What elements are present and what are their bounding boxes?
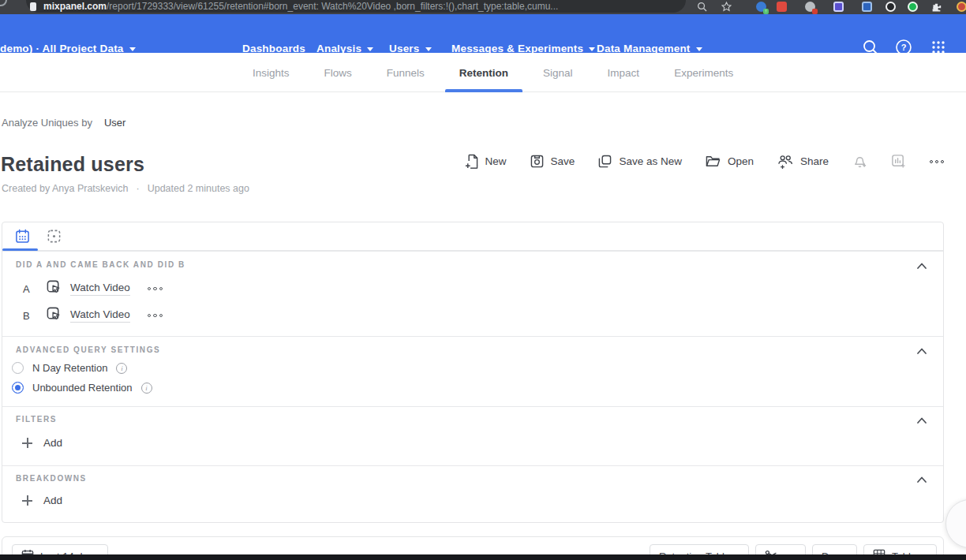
share-users-icon bbox=[777, 155, 793, 169]
share-label: Share bbox=[800, 155, 829, 167]
tab-retention[interactable]: Retention bbox=[458, 54, 510, 92]
profile-avatar[interactable] bbox=[957, 2, 966, 12]
row-key: B bbox=[23, 310, 40, 322]
advanced-query-settings-section: ADVANCED QUERY SETTINGS N Day Retention … bbox=[2, 336, 943, 406]
chevron-down-icon bbox=[367, 47, 373, 51]
new-file-icon bbox=[465, 154, 478, 169]
extension-icon-7[interactable] bbox=[908, 2, 918, 12]
share-button[interactable]: Share bbox=[777, 155, 829, 169]
open-label: Open bbox=[728, 155, 754, 167]
analyze-entity-selector[interactable]: User bbox=[104, 117, 125, 129]
extension-icon-4[interactable] bbox=[833, 2, 844, 12]
collapse-chevron-icon[interactable] bbox=[916, 413, 927, 427]
radio-label: Unbounded Retention bbox=[32, 382, 133, 394]
breakdowns-section-title: BREAKDOWNS bbox=[16, 474, 87, 483]
svg-text:?: ? bbox=[901, 43, 907, 52]
url-domain: mixpanel.com bbox=[43, 1, 107, 12]
browser-chrome: mixpanel.com/report/1729333/view/61255/r… bbox=[0, 0, 966, 14]
radio-label: N Day Retention bbox=[32, 362, 107, 374]
analyze-uniques-row: Analyze Uniques byUser bbox=[2, 117, 125, 129]
extension-icon-2[interactable] bbox=[777, 2, 787, 12]
ab-section-title: DID A AND CAME BACK AND DID B bbox=[16, 260, 185, 269]
custom-query-tab[interactable] bbox=[47, 229, 62, 247]
radio-n-day-retention[interactable]: N Day Retention i bbox=[12, 362, 127, 374]
chat-launcher-button[interactable] bbox=[945, 499, 966, 548]
tab-signal[interactable]: Signal bbox=[541, 54, 575, 92]
advanced-section-title: ADVANCED QUERY SETTINGS bbox=[16, 345, 160, 354]
tab-funnels[interactable]: Funnels bbox=[385, 54, 426, 92]
bell-plus-icon bbox=[852, 154, 867, 169]
alerts-bell-button[interactable] bbox=[852, 154, 867, 169]
copy-icon bbox=[598, 155, 612, 168]
updated-ago: Updated 2 minutes ago bbox=[148, 183, 249, 194]
plus-icon bbox=[22, 438, 32, 448]
top-navigation: demo) · All Project Data Dashboards Anal… bbox=[0, 14, 966, 53]
info-icon[interactable]: i bbox=[141, 383, 152, 394]
add-to-dashboard-button[interactable] bbox=[891, 154, 906, 169]
chevron-down-icon bbox=[129, 47, 136, 51]
save-as-new-label: Save as New bbox=[619, 155, 682, 167]
extension-icon-6[interactable] bbox=[886, 2, 896, 12]
folder-icon bbox=[706, 155, 721, 168]
add-filter-button[interactable]: Add bbox=[22, 437, 62, 449]
chevron-down-icon bbox=[589, 47, 595, 51]
event-selector[interactable]: Watch Video bbox=[70, 282, 130, 296]
tab-experiments[interactable]: Experiments bbox=[672, 54, 735, 92]
byline-separator: · bbox=[137, 183, 140, 194]
info-icon[interactable]: i bbox=[116, 363, 127, 374]
open-button[interactable]: Open bbox=[706, 155, 754, 168]
more-options-button[interactable] bbox=[930, 160, 944, 163]
collapse-chevron-icon[interactable] bbox=[916, 472, 927, 487]
reload-icon[interactable] bbox=[0, 0, 7, 6]
extension-icon-3[interactable] bbox=[805, 2, 815, 12]
add-label: Add bbox=[43, 495, 62, 506]
event-row-b: B Watch Video bbox=[2, 305, 163, 326]
event-selector[interactable]: Watch Video bbox=[70, 308, 130, 323]
chevron-down-icon bbox=[696, 47, 702, 51]
calendar-query-tab[interactable] bbox=[15, 229, 30, 247]
save-button[interactable]: Save bbox=[530, 155, 575, 168]
site-security-icon[interactable] bbox=[30, 2, 36, 11]
page-title: Retained users bbox=[1, 153, 144, 176]
screen: mixpanel.com/report/1729333/view/61255/r… bbox=[0, 0, 966, 560]
chart-plus-icon bbox=[891, 154, 906, 169]
url-path: /report/1729333/view/61255/retention#bor… bbox=[107, 1, 558, 12]
row-menu-button[interactable] bbox=[148, 287, 163, 291]
background-window-strip bbox=[0, 554, 966, 560]
radio-unbounded-retention[interactable]: Unbounded Retention i bbox=[12, 382, 152, 394]
report-tabbar: Insights Flows Funnels Retention Signal … bbox=[0, 53, 966, 92]
plus-icon bbox=[22, 495, 32, 506]
ab-events-section: DID A AND CAME BACK AND DID B A Watch Vi… bbox=[2, 251, 943, 336]
tab-flows[interactable]: Flows bbox=[323, 54, 354, 92]
radio-icon bbox=[12, 382, 24, 394]
new-label: New bbox=[485, 155, 507, 167]
filters-section: FILTERS Add bbox=[2, 406, 943, 465]
url-text: mixpanel.com/report/1729333/view/61255/r… bbox=[43, 1, 558, 12]
query-builder-panel: DID A AND CAME BACK AND DID B A Watch Vi… bbox=[2, 222, 944, 523]
collapse-chevron-icon[interactable] bbox=[916, 259, 927, 273]
tab-insights[interactable]: Insights bbox=[251, 54, 291, 92]
save-icon bbox=[530, 155, 544, 168]
tab-impact[interactable]: Impact bbox=[606, 54, 642, 92]
omnibox-search-icon[interactable] bbox=[697, 1, 707, 15]
extension-icon-5[interactable] bbox=[862, 2, 872, 12]
extensions-puzzle-icon[interactable] bbox=[931, 2, 942, 16]
filters-section-title: FILTERS bbox=[16, 415, 57, 424]
event-icon bbox=[46, 306, 62, 326]
event-row-a: A Watch Video bbox=[2, 278, 163, 299]
query-mode-tabs bbox=[2, 222, 943, 251]
bookmark-star-icon[interactable] bbox=[721, 1, 732, 15]
row-menu-button[interactable] bbox=[148, 314, 163, 318]
chevron-down-icon bbox=[425, 47, 432, 51]
new-button[interactable]: New bbox=[465, 154, 507, 169]
event-icon bbox=[46, 279, 62, 299]
created-by: Created by Anya Pratskevich bbox=[2, 183, 129, 194]
row-key: A bbox=[23, 283, 40, 295]
save-as-new-button[interactable]: Save as New bbox=[598, 155, 682, 168]
extension-icon-1[interactable]: ! bbox=[756, 2, 766, 12]
collapse-chevron-icon[interactable] bbox=[916, 344, 927, 358]
analyze-prefix: Analyze Uniques by bbox=[2, 117, 92, 129]
add-breakdown-button[interactable]: Add bbox=[22, 495, 62, 506]
report-byline: Created by Anya Pratskevich·Updated 2 mi… bbox=[2, 183, 249, 194]
radio-icon bbox=[12, 362, 24, 374]
